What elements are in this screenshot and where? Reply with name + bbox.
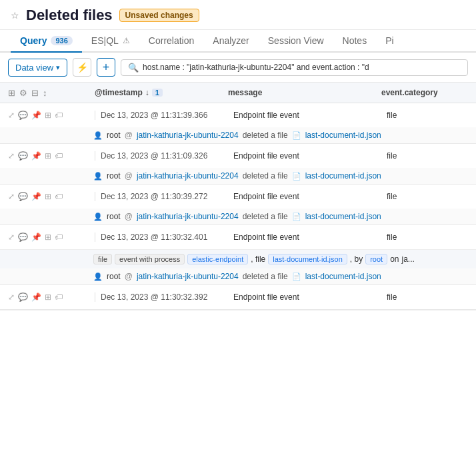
page-title: Deleted files — [26, 7, 113, 24]
sub-action-4: deleted a file — [243, 272, 288, 281]
row-timestamp-5: Dec 13, 2023 @ 11:30:32.392 — [95, 292, 228, 302]
tab-session-view[interactable]: Session View — [259, 30, 333, 53]
grid2-icon[interactable]: ⊞ — [45, 292, 51, 302]
filter-button[interactable]: ⚡ — [73, 58, 91, 77]
row-sub-3: 👤 root @ jatin-kathuria-jk-ubuntu-2204 d… — [0, 209, 476, 225]
sub-user-2: root — [107, 171, 121, 181]
expanded-text-host-short: ja... — [401, 254, 414, 264]
comment-icon[interactable]: 💬 — [18, 151, 28, 161]
file-icon-4: 📄 — [292, 272, 301, 281]
tag2-icon[interactable]: 🏷 — [55, 111, 63, 120]
star-icon[interactable]: ☆ — [11, 10, 19, 21]
row-actions-4: ⤢ 💬 📌 ⊞ 🏷 — [8, 232, 95, 242]
tab-esql-label: ES|QL — [91, 35, 119, 46]
plus-icon: + — [103, 61, 110, 75]
page-header: ☆ Deleted files Unsaved changes — [0, 0, 476, 30]
comment-icon[interactable]: 💬 — [18, 111, 28, 120]
sub-action-3: deleted a file — [243, 212, 288, 221]
row-actions-2: ⤢ 💬 📌 ⊞ 🏷 — [8, 151, 95, 161]
pin-icon[interactable]: 📌 — [31, 111, 41, 120]
expand-icon[interactable]: ⤢ — [8, 232, 15, 242]
grid2-icon[interactable]: ⊞ — [45, 192, 51, 201]
table-row: ⤢ 💬 📌 ⊞ 🏷 Dec 13, 2023 @ 11:30:32.392 En… — [0, 285, 476, 310]
grid2-icon[interactable]: ⊞ — [45, 151, 51, 161]
tab-query-count: 936 — [51, 36, 72, 45]
search-query: host.name : "jatin-kathuria-jk-ubuntu-22… — [143, 63, 369, 72]
user-icon: 👤 — [93, 213, 103, 221]
grid-icon[interactable]: ⊟ — [31, 88, 39, 98]
search-icon: 🔍 — [128, 63, 139, 73]
sub-action-1: deleted a file — [243, 131, 288, 140]
row-main-4: ⤢ 💬 📌 ⊞ 🏷 Dec 13, 2023 @ 11:30:32.401 En… — [0, 225, 476, 249]
tab-query[interactable]: Query 936 — [11, 30, 82, 53]
sort-icon[interactable]: ↕ — [43, 88, 47, 98]
chevron-down-icon: ▾ — [56, 63, 60, 72]
row-actions-3: ⤢ 💬 📌 ⊞ 🏷 — [8, 192, 95, 201]
expand-icon[interactable]: ⤢ — [8, 111, 15, 120]
settings-icon[interactable]: ⚙ — [19, 88, 27, 98]
expand-icon[interactable]: ⤢ — [8, 192, 15, 201]
tab-analyzer[interactable]: Analyzer — [203, 30, 258, 53]
user-icon: 👤 — [93, 131, 103, 140]
table-row: ⤢ 💬 📌 ⊞ 🏷 Dec 13, 2023 @ 11:30:39.272 En… — [0, 185, 476, 225]
filter-icon: ⚡ — [77, 62, 88, 73]
row-actions-5: ⤢ 💬 📌 ⊞ 🏷 — [8, 292, 95, 302]
expand-columns-icon[interactable]: ⊞ — [8, 88, 15, 98]
toolbar: Data view ▾ ⚡ + 🔍 host.name : "jatin-kat… — [0, 53, 476, 83]
expanded-tag-event: event with process — [115, 254, 185, 264]
pin-icon[interactable]: 📌 — [31, 192, 41, 201]
pin-icon[interactable]: 📌 — [31, 232, 41, 242]
pin-icon[interactable]: 📌 — [31, 151, 41, 161]
search-bar[interactable]: 🔍 host.name : "jatin-kathuria-jk-ubuntu-… — [121, 59, 468, 76]
row-message-3: Endpoint file event — [228, 192, 381, 201]
tab-esql[interactable]: ES|QL ⚠ — [82, 30, 139, 53]
row-main-5: ⤢ 💬 📌 ⊞ 🏷 Dec 13, 2023 @ 11:30:32.392 En… — [0, 285, 476, 309]
grid2-icon[interactable]: ⊞ — [45, 232, 51, 242]
comment-icon[interactable]: 💬 — [18, 192, 28, 201]
row-timestamp-3: Dec 13, 2023 @ 11:30:39.272 — [95, 192, 228, 201]
add-button[interactable]: + — [97, 58, 115, 77]
row-main-2: ⤢ 💬 📌 ⊞ 🏷 Dec 13, 2023 @ 11:31:09.326 En… — [0, 144, 476, 168]
col-message-label: message — [228, 88, 262, 97]
data-view-button[interactable]: Data view ▾ — [8, 59, 67, 77]
row-message-5: Endpoint file event — [228, 292, 381, 302]
tag2-icon[interactable]: 🏷 — [55, 232, 63, 242]
tab-bar: Query 936 ES|QL ⚠ Correlation Analyzer S… — [0, 30, 476, 53]
col-header-timestamp[interactable]: @timestamp ↓ 1 — [95, 85, 228, 100]
row-timestamp-4: Dec 13, 2023 @ 11:30:32.401 — [95, 232, 228, 242]
pin-icon[interactable]: 📌 — [31, 292, 41, 302]
tag2-icon[interactable]: 🏷 — [55, 151, 63, 161]
sort-arrow: ↓ — [145, 88, 149, 97]
row-actions-1: ⤢ 💬 📌 ⊞ 🏷 — [8, 111, 95, 120]
esql-alert-icon: ⚠ — [123, 36, 130, 45]
at-sign-4: @ — [125, 272, 133, 281]
col-header-message[interactable]: message — [228, 85, 381, 100]
tab-correlation[interactable]: Correlation — [139, 30, 203, 53]
file-icon-1: 📄 — [292, 131, 301, 140]
expand-icon[interactable]: ⤢ — [8, 292, 15, 302]
row-timestamp-2: Dec 13, 2023 @ 11:31:09.326 — [95, 151, 228, 161]
sub-host-2: jatin-kathuria-jk-ubuntu-2204 — [137, 171, 239, 181]
col-header-category[interactable]: event.category — [381, 85, 468, 100]
at-sign-1: @ — [125, 131, 133, 140]
table-row: ⤢ 💬 📌 ⊞ 🏷 Dec 13, 2023 @ 11:31:39.366 En… — [0, 103, 476, 144]
row-sub-2: 👤 root @ jatin-kathuria-jk-ubuntu-2204 d… — [0, 168, 476, 184]
tab-pi[interactable]: Pi — [376, 30, 403, 53]
grid2-icon[interactable]: ⊞ — [45, 111, 51, 120]
tab-correlation-label: Correlation — [149, 35, 194, 46]
comment-icon[interactable]: 💬 — [18, 292, 28, 302]
comment-icon[interactable]: 💬 — [18, 232, 28, 242]
col-timestamp-label: @timestamp — [95, 88, 143, 97]
tag2-icon[interactable]: 🏷 — [55, 292, 63, 302]
at-sign-3: @ — [125, 212, 133, 221]
file-icon-3: 📄 — [292, 213, 301, 221]
sub-host-1: jatin-kathuria-jk-ubuntu-2204 — [137, 131, 239, 140]
sub-action-2: deleted a file — [243, 171, 288, 181]
expanded-text-by: , by — [350, 254, 363, 264]
row-category-3: file — [381, 192, 468, 201]
tab-notes[interactable]: Notes — [333, 30, 377, 53]
expand-icon[interactable]: ⤢ — [8, 151, 15, 161]
row-message-4: Endpoint file event — [228, 232, 381, 242]
row-sub-1: 👤 root @ jatin-kathuria-jk-ubuntu-2204 d… — [0, 127, 476, 143]
tag2-icon[interactable]: 🏷 — [55, 192, 63, 201]
